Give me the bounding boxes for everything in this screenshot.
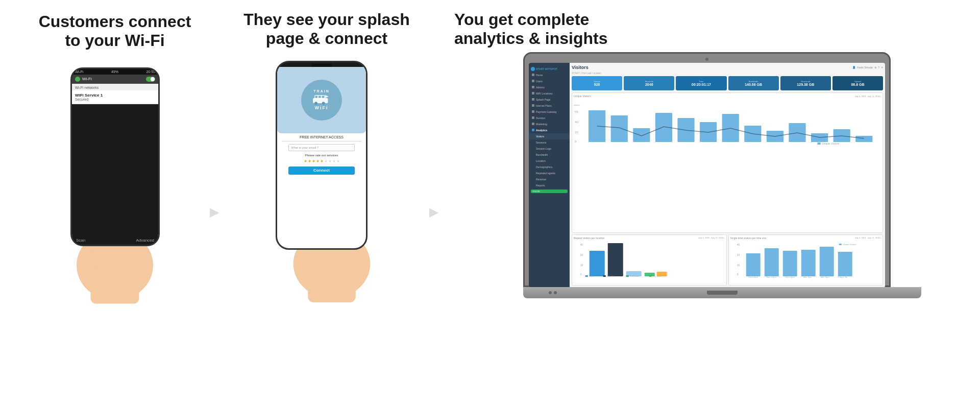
svg-text:Unique Visitors: Unique Visitors — [822, 142, 840, 145]
svg-text:20: 20 — [575, 130, 579, 134]
svg-text:after 6pm: after 6pm — [803, 276, 812, 278]
sidebar-item-sessions[interactable]: Sessions — [529, 139, 570, 146]
phone-1: Wi-Fi 49% 20:55 Wi-Fi Wi-Fi networks WiF… — [70, 67, 160, 246]
phone-1-scan-btn[interactable]: Scan — [76, 238, 85, 243]
laptop-hinge — [707, 291, 738, 295]
help-icon[interactable]: ? — [878, 66, 879, 69]
svg-rect-28 — [633, 128, 650, 142]
svg-point-16 — [322, 102, 325, 105]
plans-icon — [532, 104, 534, 107]
marketing-icon — [532, 123, 534, 125]
sidebar-item-demographics[interactable]: Demographics — [529, 164, 570, 170]
section-wifi-connect: Customers connect to your Wi-Fi Wi-Fi — [20, 10, 209, 305]
svg-point-15 — [314, 102, 317, 105]
svg-rect-63 — [764, 248, 778, 276]
home-icon — [532, 74, 534, 76]
section-3-title-line2: analytics & insights — [454, 29, 608, 48]
svg-text:40: 40 — [575, 120, 579, 124]
phone-2: TRAIN — [276, 61, 368, 250]
star-4: ★ — [316, 159, 320, 163]
svg-rect-18 — [315, 96, 317, 98]
laptop-camera — [705, 58, 708, 61]
user-avatar-icon: 👤 — [852, 66, 855, 69]
sidebar-item-repeated[interactable]: Repeated agents — [529, 170, 570, 176]
sidebar-item-bandwidth[interactable]: Bandwidth — [529, 152, 570, 158]
svg-text:0: 0 — [580, 273, 582, 276]
sidebar-item-session-logs[interactable]: Session Logs — [529, 146, 570, 152]
sidebar-item-reports[interactable]: Reports — [529, 182, 570, 188]
hotspot-logo-text: START HOTSPOT — [536, 67, 557, 70]
stat-time-label: Time — [699, 80, 704, 83]
stat-visitors-label: Visitors — [594, 80, 600, 83]
sidebar-item-wifi-locations[interactable]: WiFi Locations — [529, 90, 570, 97]
sidebar-item-marketing[interactable]: Marketing — [529, 121, 570, 127]
svg-rect-67 — [838, 252, 852, 276]
repeat-visitors-chart: 40 20 10 0 — [574, 241, 725, 279]
stars-row: ★ ★ ★ ★ ★ ★ ★ ★ ★ — [304, 159, 340, 163]
connect-btn-label: Connect — [313, 168, 330, 173]
sidebar-item-users[interactable]: Users — [529, 78, 570, 84]
sidebar-item-analytics[interactable]: Analytics — [529, 127, 570, 133]
connect-button[interactable]: Connect — [288, 167, 355, 175]
laptop-screen-inner: START HOTSPOT Home Users Admins — [529, 63, 885, 288]
star-7: ★ — [328, 159, 332, 163]
phone-1-bottom-bar: Scan Advanced — [72, 236, 158, 245]
sidebar-item-plans[interactable]: Internet Plans — [529, 103, 570, 109]
settings-icon[interactable]: ⚙ — [874, 66, 876, 69]
dashboard-user: 👤 Hosts Simular ⚙ ? ✕ — [852, 66, 883, 69]
main-scene: Customers connect to your Wi-Fi Wi-Fi — [0, 0, 980, 403]
svg-text:20: 20 — [580, 253, 583, 256]
sidebar-demographics-label: Demographics — [532, 165, 552, 169]
stat-time: Time 00:20:01:17 — [676, 76, 726, 90]
phone-1-network-item[interactable]: WiFi Service 1 Secured — [72, 90, 158, 104]
svg-rect-38 — [855, 136, 872, 142]
laptop-screen-outer: START HOTSPOT Home Users Admins — [523, 52, 891, 287]
chart-unique-visitors: Unique Visitors July 4, 2018 - July 11, … — [572, 92, 883, 233]
sidebar-item-admins[interactable]: Admins — [529, 84, 570, 90]
sidebar-visitors-label: Visitors — [532, 135, 544, 138]
svg-text:12am-6am: 12am-6am — [748, 276, 758, 278]
sidebar-item-visitors[interactable]: Visitors — [529, 133, 570, 139]
dashboard-page-title: Visitors — [572, 65, 589, 70]
svg-rect-26 — [589, 110, 605, 142]
sidebar-payment-label: Payment Gateway — [536, 110, 557, 113]
chart-repeat-date: July 4, 2018 - July 11, 2018+ — [698, 236, 724, 241]
laptop-ports — [549, 291, 557, 294]
sidebar-item-revenue[interactable]: Revenue — [529, 176, 570, 182]
svg-text:12pm-6pm: 12pm-6pm — [785, 276, 795, 278]
phone-1-advanced-btn[interactable]: Advanced — [136, 238, 154, 243]
section-1-title-line1: Customers connect — [39, 12, 191, 31]
email-field[interactable]: What is your email ? — [288, 144, 355, 151]
user-name: Hosts Simular — [857, 66, 873, 69]
stat-download-value: 129.38 GB — [797, 83, 814, 86]
users-icon — [532, 80, 534, 82]
dashboard-main: Visitors 👤 Hosts Simular ⚙ ? ✕ START / H… — [570, 63, 885, 288]
svg-rect-39 — [817, 143, 820, 145]
sidebar-item-payment[interactable]: Payment Gateway — [529, 109, 570, 115]
sidebar-item-splash[interactable]: Splash Page — [529, 97, 570, 103]
online-status-text: ONLINE — [532, 190, 540, 193]
svg-rect-74 — [839, 244, 841, 245]
phone-1-network-status: Secured — [75, 98, 155, 101]
sidebar-location-label: Location — [532, 159, 546, 162]
arrow-1: ▶ — [209, 10, 219, 403]
sidebar-item-surveys[interactable]: Surveys — [529, 115, 570, 121]
train-icon — [312, 93, 331, 105]
svg-text:1 visit: 1 visit — [589, 275, 595, 277]
star-3: ★ — [312, 159, 315, 163]
train-logo-circle: TRAIN — [301, 80, 342, 121]
stat-upload-value: 06.8 GB — [851, 83, 864, 86]
sidebar-item-location[interactable]: Location — [529, 158, 570, 164]
svg-rect-46 — [608, 243, 623, 276]
rating-label: Please rate our services — [305, 153, 338, 158]
stat-upload: Upload 06.8 GB — [832, 76, 883, 90]
section-analytics: You get complete analytics & insights ST… — [454, 10, 960, 298]
splash-logo-area: TRAIN — [277, 67, 366, 133]
stat-sessions-value: 2046 — [645, 83, 653, 86]
section-3-title: You get complete analytics & insights — [454, 10, 960, 48]
sidebar-item-home[interactable]: Home — [529, 72, 570, 78]
sidebar-session-logs-label: Session Logs — [532, 147, 551, 150]
close-icon[interactable]: ✕ — [881, 66, 883, 69]
port-1 — [549, 291, 552, 294]
phone-1-wifi-toggle[interactable] — [146, 77, 155, 82]
